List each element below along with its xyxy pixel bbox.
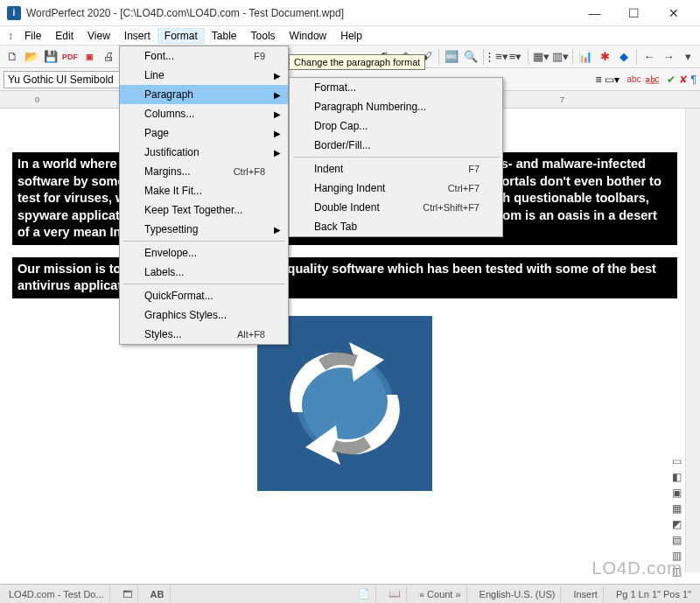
- menu-handle-icon[interactable]: ↕: [4, 30, 18, 42]
- numbering-icon[interactable]: ≡▾: [507, 48, 524, 66]
- close-button[interactable]: ✕: [654, 0, 693, 26]
- status-insert[interactable]: Insert: [568, 586, 604, 602]
- menu-view[interactable]: View: [80, 28, 117, 44]
- side-icon[interactable]: ▣: [669, 487, 683, 501]
- align-left-icon[interactable]: ≡: [595, 74, 601, 86]
- open-icon[interactable]: 📂: [23, 48, 40, 66]
- menu-item[interactable]: QuickFormat...: [120, 286, 288, 305]
- publish-icon[interactable]: ▣: [80, 48, 98, 66]
- menu-tools[interactable]: Tools: [244, 28, 283, 44]
- find-icon[interactable]: 🔤: [443, 48, 460, 66]
- watermark: LO4D.com: [592, 558, 682, 578]
- textbox-icon[interactable]: ◆: [615, 48, 633, 66]
- side-icon[interactable]: ▭: [669, 455, 683, 469]
- menu-item[interactable]: Styles...Alt+F8: [120, 325, 288, 344]
- maximize-button[interactable]: ☐: [614, 0, 654, 26]
- status-view-icon[interactable]: 📄: [353, 586, 376, 602]
- menu-bar: ↕ File Edit View Insert Format Table Too…: [0, 26, 700, 46]
- submenu-item[interactable]: Double IndentCtrl+Shift+F7: [290, 198, 502, 217]
- back-icon[interactable]: ←: [640, 48, 658, 66]
- spellcheck-icon[interactable]: abc: [626, 74, 640, 84]
- menu-item[interactable]: Graphics Styles...: [120, 305, 288, 325]
- status-position: Pg 1 Ln 1" Pos 1": [611, 586, 696, 602]
- overflow-icon[interactable]: ▾: [679, 48, 696, 66]
- menu-table[interactable]: Table: [205, 28, 244, 44]
- vertical-scrollbar[interactable]: [685, 109, 700, 572]
- status-doc-name[interactable]: LO4D.com - Test Do...: [4, 586, 110, 602]
- check-icon[interactable]: ✔: [667, 74, 676, 86]
- ruler-mark: 7: [560, 95, 564, 104]
- doc-paragraph[interactable]: Our mission is to provide netizens with …: [12, 257, 677, 298]
- format-dropdown: Font...F9Line▶Paragraph▶Columns...▶Page▶…: [119, 46, 289, 345]
- minimize-button[interactable]: —: [575, 0, 614, 26]
- submenu-item[interactable]: Hanging IndentCtrl+F7: [290, 179, 502, 198]
- menu-edit[interactable]: Edit: [48, 28, 80, 44]
- menu-item[interactable]: Page▶: [120, 123, 288, 143]
- chart-icon[interactable]: 📊: [577, 48, 594, 66]
- pilcrow-icon[interactable]: ¶: [691, 74, 696, 86]
- menu-item[interactable]: Labels...: [120, 263, 288, 282]
- bullets-icon[interactable]: ⋮≡▾: [487, 48, 505, 66]
- submenu-item[interactable]: Paragraph Numbering...: [290, 97, 502, 116]
- menu-item[interactable]: Font...F9: [120, 46, 288, 66]
- menu-window[interactable]: Window: [283, 28, 334, 44]
- title-bar: i WordPerfect 2020 - [C:\LO4D.com\LO4D.c…: [0, 0, 700, 26]
- menu-item[interactable]: Make It Fit...: [120, 181, 288, 200]
- submenu-item[interactable]: IndentF7: [290, 159, 502, 179]
- print-icon[interactable]: 🖨: [100, 48, 117, 66]
- menu-item[interactable]: Justification▶: [120, 143, 288, 162]
- cross-icon[interactable]: ✘: [679, 74, 688, 86]
- menu-item[interactable]: Paragraph▶: [120, 85, 288, 104]
- status-bar: LO4D.com - Test Do... 🗔 AB 📄 📖 « Count »…: [0, 584, 700, 603]
- status-count[interactable]: « Count »: [414, 586, 467, 602]
- menu-item[interactable]: Margins...Ctrl+F8: [120, 162, 288, 181]
- submenu-item[interactable]: Format...: [290, 78, 502, 97]
- zoom-icon[interactable]: 🔍: [462, 48, 480, 66]
- menu-help[interactable]: Help: [333, 28, 369, 44]
- status-ab[interactable]: AB: [145, 586, 171, 602]
- window-title: WordPerfect 2020 - [C:\LO4D.com\LO4D.com…: [26, 7, 575, 19]
- submenu-item[interactable]: Border/Fill...: [290, 136, 502, 155]
- save-icon[interactable]: 💾: [42, 48, 60, 66]
- tooltip: Change the paragraph format: [289, 54, 425, 70]
- submenu-item[interactable]: Drop Cap...: [290, 116, 502, 136]
- paragraph-submenu: Format...Paragraph Numbering...Drop Cap.…: [289, 77, 503, 237]
- status-book-icon[interactable]: 📖: [383, 586, 407, 602]
- status-icon[interactable]: 🗔: [117, 586, 138, 602]
- menu-format[interactable]: Format: [158, 28, 205, 44]
- menu-item[interactable]: Keep Text Together...: [120, 200, 288, 220]
- pdf-icon[interactable]: PDF: [61, 48, 79, 66]
- side-icon[interactable]: ◧: [669, 471, 683, 485]
- menu-insert[interactable]: Insert: [117, 28, 158, 44]
- ruler-mark: 0: [35, 95, 39, 104]
- style-combo-icon[interactable]: ▭▾: [605, 74, 620, 86]
- menu-item[interactable]: Envelope...: [120, 243, 288, 263]
- fwd-icon[interactable]: →: [660, 48, 677, 66]
- side-icon[interactable]: ▤: [669, 534, 683, 548]
- menu-item[interactable]: Columns...▶: [120, 104, 288, 123]
- new-doc-icon[interactable]: 🗋: [4, 48, 21, 66]
- side-icon[interactable]: ◩: [669, 518, 683, 532]
- status-lang[interactable]: English-U.S. (US): [474, 586, 562, 602]
- submenu-item[interactable]: Back Tab: [290, 217, 502, 236]
- menu-item[interactable]: Line▶: [120, 66, 288, 85]
- menu-file[interactable]: File: [18, 28, 48, 44]
- columns-icon[interactable]: ▥▾: [551, 48, 569, 66]
- menu-item[interactable]: Typesetting▶: [120, 220, 288, 239]
- image-icon[interactable]: ✱: [596, 48, 613, 66]
- app-icon: i: [7, 6, 21, 20]
- autocorrect-icon[interactable]: a͟b͟c: [645, 74, 660, 84]
- side-icon[interactable]: ▦: [669, 502, 683, 516]
- table-icon[interactable]: ▦▾: [532, 48, 550, 66]
